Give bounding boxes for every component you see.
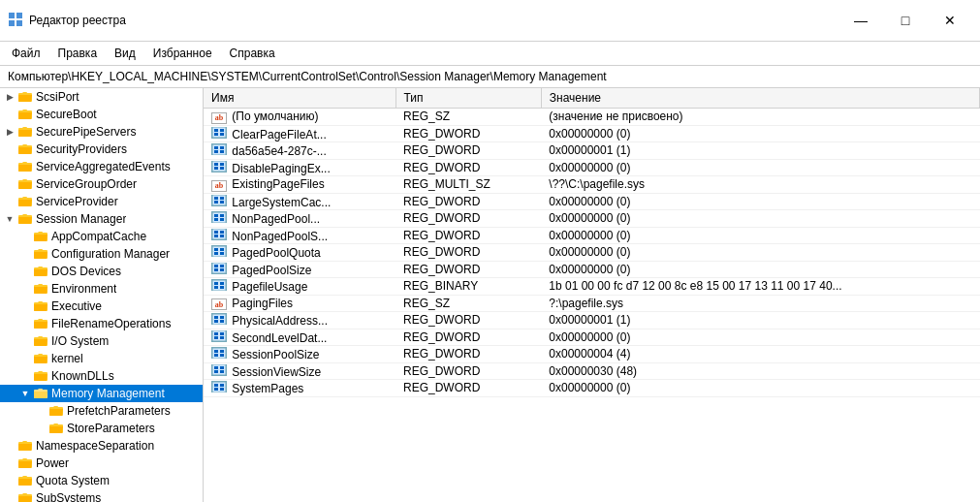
tree-node-iosystem[interactable]: I/O System: [0, 332, 203, 350]
tree-node-power[interactable]: Power: [0, 455, 203, 472]
svg-rect-62: [214, 354, 218, 357]
table-row[interactable]: SessionViewSizeREG_DWORD0x00000030 (48): [204, 362, 980, 380]
tree-node-sessionmanager[interactable]: ▼ Session Manager: [0, 210, 203, 228]
tree-node-secureboot[interactable]: SecureBoot: [0, 106, 203, 123]
close-button[interactable]: ✕: [928, 6, 972, 35]
table-row[interactable]: SecondLevelDat...REG_DWORD0x00000000 (0): [204, 329, 980, 346]
svg-rect-70: [214, 384, 218, 387]
tree-node-subsystems[interactable]: SubSystems: [0, 489, 203, 502]
svg-rect-0: [9, 13, 15, 18]
svg-rect-29: [212, 229, 226, 239]
values-panel[interactable]: Имя Тип Значение ab (По умолчанию)REG_SZ…: [204, 88, 980, 502]
tree-label-executive: Executive: [51, 299, 102, 313]
tree-node-executive[interactable]: Executive: [0, 298, 203, 315]
tree-node-dosdevices[interactable]: DOS Devices: [0, 263, 203, 280]
title-bar-left: Редактор реестра: [8, 12, 126, 30]
table-row[interactable]: ab (По умолчанию)REG_SZ(значение не прис…: [204, 109, 980, 126]
tree-node-quotasystem[interactable]: Quota System: [0, 472, 203, 489]
tree-node-configurationmanager[interactable]: Configuration Manager: [0, 245, 203, 263]
svg-rect-67: [214, 370, 218, 373]
tree-node-securepipeservers[interactable]: ▶ SecurePipeServers: [0, 123, 203, 141]
menu-item-файл[interactable]: Файл: [4, 44, 48, 63]
table-row[interactable]: ab PagingFilesREG_SZ?:\pagefile.sys: [204, 295, 980, 312]
entry-name: SystemPages: [204, 380, 395, 397]
tree-node-scsiport[interactable]: ▶ ScsiPort: [0, 88, 203, 106]
table-row[interactable]: PagedPoolQuotaREG_DWORD0x00000000 (0): [204, 244, 980, 262]
tree-node-environment[interactable]: Environment: [0, 280, 203, 298]
folder-icon-memorymanagement: [33, 387, 48, 400]
tree-node-securityproviders[interactable]: SecurityProviders: [0, 141, 203, 158]
table-row[interactable]: SystemPagesREG_DWORD0x00000000 (0): [204, 380, 980, 397]
entry-type: REG_DWORD: [395, 125, 541, 142]
table-row[interactable]: LargeSystemCac...REG_DWORD0x00000000 (0): [204, 193, 980, 210]
tree-node-prefetchparameters[interactable]: PrefetchParameters: [0, 402, 203, 420]
svg-rect-66: [220, 366, 224, 369]
svg-rect-23: [220, 201, 224, 204]
menu-item-правка[interactable]: Правка: [50, 44, 106, 63]
svg-rect-12: [214, 150, 218, 153]
svg-rect-55: [214, 332, 218, 335]
dword-icon: [211, 195, 227, 206]
expander-sessionmanager[interactable]: ▼: [2, 214, 17, 224]
address-path: Компьютер\HKEY_LOCAL_MACHINE\SYSTEM\Curr…: [8, 70, 607, 83]
tree-node-knowndlls[interactable]: KnownDLLs: [0, 367, 203, 385]
svg-rect-4: [212, 127, 226, 138]
table-row[interactable]: NonPagedPool...REG_DWORD0x00000000 (0): [204, 210, 980, 228]
tree-node-serviceaggregatedevents[interactable]: ServiceAggregatedEvents: [0, 158, 203, 175]
expander-scsiport[interactable]: ▶: [2, 92, 17, 102]
dword-icon: [211, 364, 227, 376]
folder-icon-dosdevices: [33, 265, 48, 278]
tree-node-appcompatcache[interactable]: AppCompatCache: [0, 228, 203, 245]
folder-icon-filerenameoperations: [33, 317, 48, 330]
expander-memorymanagement[interactable]: ▼: [17, 389, 33, 398]
table-row[interactable]: SessionPoolSizeREG_DWORD0x00000004 (4): [204, 346, 980, 363]
table-row[interactable]: PhysicalAddress...REG_DWORD0x00000001 (1…: [204, 312, 980, 329]
entry-type: REG_DWORD: [395, 227, 541, 244]
dword-icon: [211, 211, 227, 223]
table-row[interactable]: da56a5e4-287c-...REG_DWORD0x00000001 (1): [204, 142, 980, 160]
menu-item-вид[interactable]: Вид: [107, 44, 143, 63]
tree-panel[interactable]: ▶ ScsiPort SecureBoot▶ SecurePipeServers…: [0, 88, 204, 502]
entry-type: REG_DWORD: [395, 329, 541, 346]
table-row[interactable]: PagedPoolSizeREG_DWORD0x00000000 (0): [204, 261, 980, 278]
svg-rect-45: [214, 282, 218, 285]
entry-value: 0x00000000 (0): [541, 329, 979, 346]
ab-icon: ab: [211, 180, 227, 192]
table-row[interactable]: ClearPageFileAt...REG_DWORD0x00000000 (0…: [204, 125, 980, 142]
table-row[interactable]: DisablePagingEx...REG_DWORD0x00000000 (0…: [204, 159, 980, 176]
table-row[interactable]: PagefileUsageREG_BINARY1b 01 00 00 fc d7…: [204, 278, 980, 296]
tree-node-servicegrouporder[interactable]: ServiceGroupOrder: [0, 175, 203, 193]
minimize-button[interactable]: —: [838, 6, 883, 35]
tree-node-memorymanagement[interactable]: ▼ Memory Management: [0, 385, 203, 402]
svg-rect-42: [214, 268, 218, 271]
entry-name: SessionViewSize: [204, 362, 395, 380]
menu-item-избранное[interactable]: Избранное: [145, 44, 220, 63]
entry-value: 1b 01 00 00 fc d7 12 00 8c e8 15 00 17 1…: [541, 278, 979, 296]
menu-item-справка[interactable]: Справка: [222, 44, 283, 63]
tree-node-filerenameoperations[interactable]: FileRenameOperations: [0, 315, 203, 332]
table-row[interactable]: NonPagedPoolS...REG_DWORD0x00000000 (0): [204, 227, 980, 244]
tree-label-secureboot: SecureBoot: [36, 108, 97, 121]
table-row[interactable]: ab ExistingPageFilesREG_MULTI_SZ\??\C:\p…: [204, 176, 980, 194]
tree-node-storeparameters[interactable]: StoreParameters: [0, 420, 203, 437]
maximize-button[interactable]: □: [883, 6, 928, 35]
address-bar: Компьютер\HKEY_LOCAL_MACHINE\SYSTEM\Curr…: [0, 66, 980, 88]
entry-type: REG_BINARY: [395, 278, 541, 296]
svg-rect-59: [212, 348, 226, 359]
folder-icon-subsystems: [17, 491, 33, 502]
folder-icon-configurationmanager: [33, 247, 48, 261]
tree-label-kernel: kernel: [51, 352, 83, 365]
tree-label-serviceprovider: ServiceProvider: [36, 195, 118, 208]
entry-type: REG_DWORD: [395, 312, 541, 329]
folder-icon-prefetchparameters: [48, 404, 64, 418]
svg-rect-44: [212, 280, 226, 291]
tree-node-namespaceseparation[interactable]: NamespaceSeparation: [0, 437, 203, 455]
svg-rect-58: [220, 336, 224, 339]
expander-securepipeservers[interactable]: ▶: [2, 127, 17, 137]
svg-rect-69: [212, 382, 226, 392]
svg-rect-39: [212, 263, 226, 273]
tree-node-kernel[interactable]: kernel: [0, 350, 203, 367]
tree-node-serviceprovider[interactable]: ServiceProvider: [0, 193, 203, 210]
ab-icon: ab: [211, 112, 227, 124]
col-value: Значение: [541, 88, 979, 109]
